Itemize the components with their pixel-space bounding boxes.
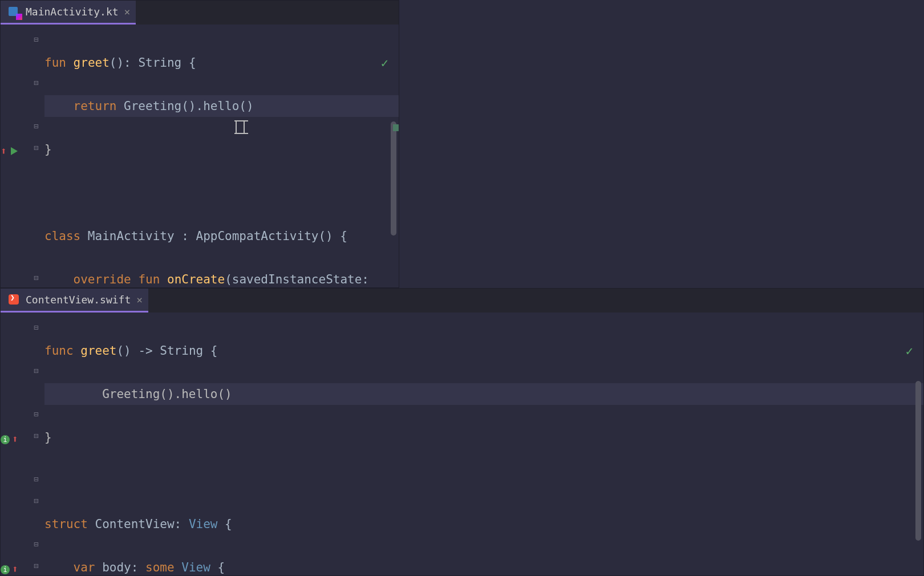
fold-toggle-icon[interactable]: ⊟ (34, 409, 42, 417)
keyword-var: var (74, 561, 95, 574)
code-text: } (44, 427, 923, 448)
tab-mainactivity-kt[interactable]: MainActivity.kt × (1, 1, 136, 25)
gutter: ⬆ (1, 25, 32, 287)
scrollbar-thumb[interactable] (915, 381, 921, 541)
code-text: () -> String { (116, 344, 217, 358)
fold-end-icon[interactable]: ⊟ (34, 366, 42, 374)
code-text: } (44, 139, 399, 160)
code-area[interactable]: func greet() -> String { Greeting().hell… (44, 313, 923, 575)
code-blank (44, 470, 923, 492)
fold-toggle-icon[interactable]: ⊟ (34, 121, 42, 129)
fold-end-icon[interactable]: ⊟ (34, 496, 42, 504)
keyword-struct: struct (44, 517, 88, 531)
gutter: i ⬆ i ⬆ (1, 313, 32, 575)
keyword-func: func (44, 344, 74, 358)
type-view: View (189, 517, 218, 531)
fold-toggle-icon[interactable]: ⊟ (34, 431, 42, 439)
fold-column: ⊟ ⊟ ⊟ ⊟ ⊟ (32, 25, 44, 287)
inspection-ok-icon[interactable]: ✓ (381, 56, 388, 70)
code-text: Greeting().hello() (116, 99, 253, 113)
code-text: { (210, 561, 225, 574)
tab-label: MainActivity.kt (26, 6, 119, 18)
close-icon[interactable]: × (136, 294, 143, 306)
keyword-fun: fun (138, 273, 160, 286)
fold-toggle-icon[interactable]: ⊟ (34, 540, 42, 547)
swift-file-icon (9, 294, 20, 306)
fold-toggle-icon[interactable]: ⊟ (34, 561, 42, 569)
code-text: Greeting().hello() (44, 383, 923, 405)
code-area[interactable]: fun greet(): String { return Greeting().… (44, 25, 399, 287)
fold-toggle-icon[interactable]: ⊟ (34, 143, 42, 151)
keyword-some: some (145, 561, 175, 574)
code-text: : (175, 517, 189, 531)
tab-contentview-swift[interactable]: ContentView.swift × (1, 289, 148, 313)
code-blank (44, 182, 399, 204)
fold-toggle-icon[interactable]: ⊟ (34, 323, 42, 331)
keyword-class: class (44, 229, 80, 243)
code-text: (): String { (110, 56, 196, 70)
fold-end-icon[interactable]: ⊟ (34, 78, 42, 86)
fn-oncreate: onCreate (167, 273, 225, 286)
fold-toggle-icon[interactable]: ⊟ (34, 35, 42, 43)
code-text: body: (95, 561, 146, 574)
code-text: MainActivity : AppCompatActivity() { (80, 229, 347, 243)
editor-pane-top-left: MainActivity.kt × ⬆ ⊟ ⊟ ⊟ ⊟ ⊟ fun greet(… (0, 0, 399, 288)
keyword-fun: fun (44, 56, 66, 70)
kotlin-file-icon (9, 6, 20, 18)
editor-body[interactable]: ⬆ ⊟ ⊟ ⊟ ⊟ ⊟ fun greet(): String { return… (1, 25, 399, 287)
fold-column: ⊟ ⊟ ⊟ ⊟ ⊟ ⊟ ⊟ ⊟ (32, 313, 44, 575)
info-gutter-icon[interactable]: i ⬆ (11, 435, 21, 445)
diff-marker[interactable] (393, 124, 399, 131)
fold-end-icon[interactable]: ⊟ (34, 273, 42, 281)
editor-pane-top-right: ContentView.swift × i ⬆ i ⬆ ⊟ ⊟ ⊟ ⊟ ⊟ ⊟ … (0, 288, 924, 576)
code-text: ContentView (88, 517, 175, 531)
keyword-override: override (74, 273, 131, 286)
fn-greet: greet (80, 344, 116, 358)
code-text: (savedInstanceState: (225, 273, 369, 286)
keyword-return: return (74, 99, 117, 113)
tab-label: ContentView.swift (26, 294, 131, 306)
info-gutter-icon[interactable]: i ⬆ (11, 565, 21, 575)
inspection-ok-icon[interactable]: ✓ (906, 344, 913, 358)
tabstrip: ContentView.swift × (1, 289, 923, 313)
code-text: { (217, 517, 232, 531)
type-view: View (175, 561, 210, 574)
editor-body[interactable]: i ⬆ i ⬆ ⊟ ⊟ ⊟ ⊟ ⊟ ⊟ ⊟ ⊟ func greet() -> … (1, 313, 923, 575)
override-gutter-icon[interactable]: ⬆ (11, 147, 21, 157)
tabstrip: MainActivity.kt × (1, 1, 399, 25)
fn-greet: greet (74, 56, 110, 70)
fold-end-icon[interactable]: ⊟ (34, 474, 42, 482)
scrollbar-thumb[interactable] (391, 121, 396, 236)
text-cursor-icon (236, 121, 245, 133)
close-icon[interactable]: × (124, 6, 131, 18)
